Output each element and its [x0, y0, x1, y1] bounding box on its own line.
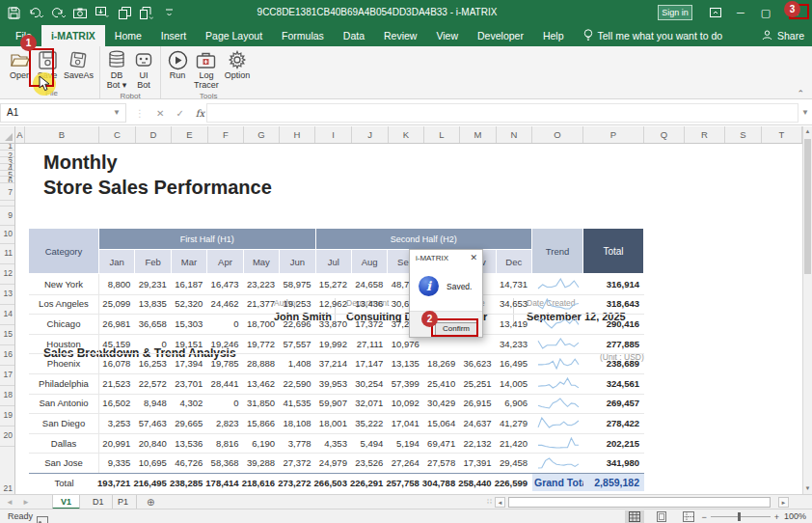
- row-header-16[interactable]: 16: [4, 349, 13, 359]
- column-header-N[interactable]: N: [497, 126, 532, 143]
- export-icon[interactable]: [95, 5, 110, 20]
- sheet-tab-p1[interactable]: P1: [110, 495, 137, 509]
- tab-formulas[interactable]: Formulas: [272, 25, 334, 46]
- undo-icon[interactable]: [28, 5, 43, 20]
- scroll-up-icon[interactable]: ▲: [803, 126, 812, 137]
- horizontal-scroll-thumb[interactable]: [508, 497, 771, 508]
- vertical-scroll-thumb[interactable]: [804, 139, 811, 274]
- sheet-tab-v1[interactable]: V1: [52, 495, 80, 509]
- minimize-button[interactable]: ─: [729, 0, 752, 25]
- normal-view-icon[interactable]: [625, 510, 644, 523]
- column-header-A[interactable]: A: [15, 126, 25, 143]
- tab-data[interactable]: Data: [334, 25, 374, 46]
- ribbon-display-options-icon[interactable]: [704, 0, 727, 25]
- row-header-19[interactable]: 19: [4, 410, 13, 420]
- name-box-dropdown-icon[interactable]: ▼: [113, 104, 121, 122]
- row-header-13[interactable]: 13: [4, 289, 13, 298]
- prev-sheet-icon[interactable]: ◄: [6, 498, 14, 507]
- row-header-7[interactable]: 7: [8, 187, 13, 197]
- redo-icon[interactable]: [50, 5, 66, 20]
- tab-review[interactable]: Review: [374, 25, 426, 46]
- tab-view[interactable]: View: [426, 25, 468, 46]
- column-header-K[interactable]: K: [389, 126, 424, 143]
- page-break-view-icon[interactable]: [679, 510, 698, 523]
- insert-function-icon[interactable]: fx: [196, 108, 204, 119]
- zoom-slider[interactable]: [711, 516, 771, 517]
- run-button[interactable]: Run: [165, 48, 190, 81]
- row-header-12[interactable]: 12: [4, 268, 13, 278]
- column-header-E[interactable]: E: [172, 126, 208, 143]
- tab-insert[interactable]: Insert: [151, 25, 196, 46]
- cancel-formula-icon[interactable]: ✕: [156, 108, 164, 119]
- macro-record-icon[interactable]: [37, 512, 48, 523]
- next-sheet-icon[interactable]: ►: [22, 498, 30, 507]
- new-sheet-icon[interactable]: ⊕: [147, 495, 154, 509]
- page-layout-view-icon[interactable]: [652, 510, 671, 523]
- name-box[interactable]: A1▼: [0, 103, 126, 123]
- column-header-P[interactable]: P: [583, 126, 644, 143]
- month-header-mar: Mar: [172, 250, 207, 274]
- formula-input[interactable]: [206, 103, 798, 123]
- cell-value: 15,866: [244, 413, 280, 433]
- camera-icon[interactable]: [72, 5, 88, 20]
- column-header-M[interactable]: M: [460, 126, 497, 143]
- row-header-15[interactable]: 15: [4, 329, 13, 339]
- zoom-in-icon[interactable]: +: [774, 512, 779, 522]
- maximize-button[interactable]: ▢: [754, 0, 777, 25]
- row-header-6[interactable]: 6: [8, 176, 13, 185]
- tell-me-box[interactable]: Tell me what you want to do: [574, 25, 733, 46]
- column-header-C[interactable]: C: [99, 126, 136, 143]
- worksheet[interactable]: 12345679101112131415161718192021 Monthly…: [0, 144, 802, 494]
- hscroll-left-icon[interactable]: ◄: [495, 497, 505, 508]
- log-tracer-button[interactable]: LogTracer: [192, 48, 221, 91]
- column-header-F[interactable]: F: [208, 126, 244, 143]
- row-header-10[interactable]: 10: [4, 229, 13, 238]
- column-header-Q[interactable]: Q: [644, 126, 685, 143]
- tab-i-matrix[interactable]: i-MATRIX: [41, 25, 105, 46]
- sheet-tab-d1[interactable]: D1: [85, 495, 113, 509]
- enter-formula-icon[interactable]: ✓: [176, 108, 183, 119]
- collapse-ribbon-icon[interactable]: ⌃: [797, 89, 804, 98]
- ui-bot-button[interactable]: UIBot: [131, 48, 156, 91]
- zoom-level: 100%: [784, 509, 806, 523]
- scroll-down-icon[interactable]: ▼: [803, 483, 812, 494]
- row-header-20[interactable]: 20: [4, 430, 13, 440]
- scrollbar-grip[interactable]: ⁞⁞: [487, 498, 493, 505]
- column-header-I[interactable]: I: [315, 126, 352, 143]
- share-button[interactable]: Share: [762, 25, 804, 46]
- column-header-D[interactable]: D: [136, 126, 172, 143]
- row-header-14[interactable]: 14: [4, 309, 13, 318]
- vertical-scrollbar[interactable]: ▲ ▼: [802, 126, 812, 494]
- hscroll-right-icon[interactable]: ►: [778, 497, 789, 508]
- row-header-17[interactable]: 17: [4, 370, 13, 379]
- save-icon[interactable]: [6, 5, 21, 20]
- column-header-B[interactable]: B: [25, 126, 99, 143]
- select-all-corner[interactable]: [0, 126, 15, 143]
- zoom-out-icon[interactable]: −: [701, 512, 706, 522]
- tab-page-layout[interactable]: Page Layout: [196, 25, 272, 46]
- option-button[interactable]: Option: [223, 48, 253, 81]
- column-header-S[interactable]: S: [725, 126, 762, 143]
- column-header-L[interactable]: L: [424, 126, 460, 143]
- expand-formula-bar-icon[interactable]: ▼: [801, 108, 809, 117]
- row-header-11[interactable]: 11: [4, 248, 13, 258]
- dialog-close-icon[interactable]: ✕: [470, 253, 477, 262]
- column-header-G[interactable]: G: [244, 126, 280, 143]
- db-bot-button[interactable]: DBBot ▾: [104, 48, 129, 91]
- row-header-9[interactable]: 9: [8, 210, 13, 220]
- tab-developer[interactable]: Developer: [468, 25, 533, 46]
- sign-in-button[interactable]: Sign in: [658, 5, 692, 20]
- horizontal-scrollbar[interactable]: [508, 497, 776, 508]
- tab-help[interactable]: Help: [533, 25, 574, 46]
- zoom-slider-handle[interactable]: [738, 512, 741, 521]
- column-header-R[interactable]: R: [685, 126, 725, 143]
- column-header-T[interactable]: T: [762, 126, 802, 143]
- row-header-21[interactable]: 21: [4, 483, 13, 493]
- column-header-J[interactable]: J: [352, 126, 389, 143]
- saveas-button[interactable]: SaveAs: [62, 48, 95, 81]
- row-header-18[interactable]: 18: [4, 390, 13, 399]
- cell-value: 59,907: [316, 394, 352, 414]
- column-header-H[interactable]: H: [280, 126, 315, 143]
- tab-home[interactable]: Home: [105, 25, 151, 46]
- column-header-O[interactable]: O: [532, 126, 583, 143]
